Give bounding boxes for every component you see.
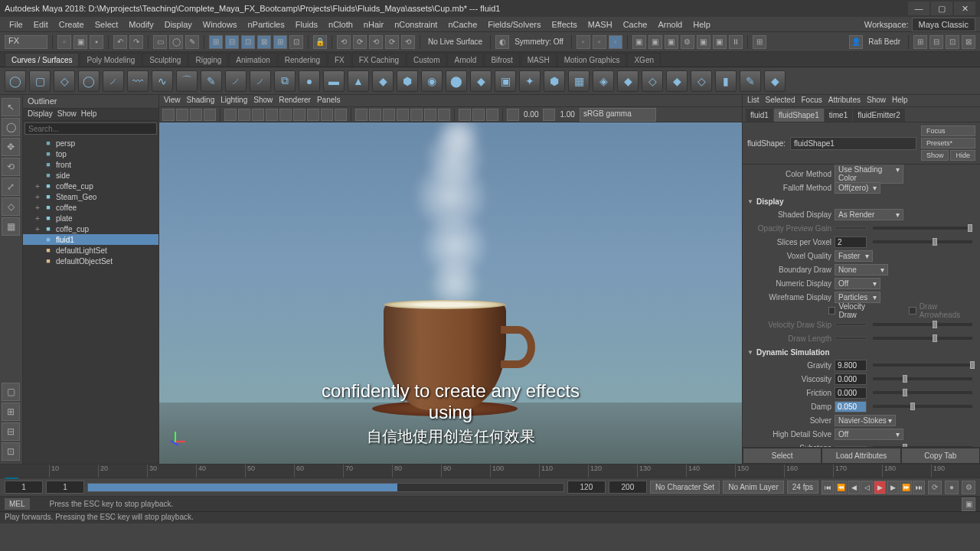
autokey-icon[interactable]: ● bbox=[945, 481, 959, 494]
workspace-dropdown[interactable]: Maya Classic bbox=[912, 18, 975, 31]
redo-icon[interactable]: ↷ bbox=[129, 35, 143, 49]
pane2-icon[interactable]: ⊟ bbox=[929, 35, 943, 49]
layout-icon[interactable]: ⊞ bbox=[753, 35, 766, 49]
step-fwd-frame-button[interactable]: ▶ bbox=[887, 481, 899, 494]
vp-exposure-icon[interactable] bbox=[507, 109, 519, 121]
loop-icon[interactable]: ⟳ bbox=[928, 481, 942, 494]
solver-dropdown[interactable]: Navier-Stokes▾ bbox=[835, 415, 896, 426]
vp-wireframe-icon[interactable] bbox=[355, 109, 368, 121]
lasso-tool-icon[interactable]: ◯ bbox=[2, 118, 20, 136]
step-fwd-key-button[interactable]: ⏩ bbox=[900, 481, 912, 494]
animlayer-dropdown[interactable]: No Anim Layer bbox=[723, 481, 784, 494]
substeps-slider[interactable] bbox=[873, 446, 972, 447]
outliner-tree[interactable]: ■persp■top■front■side+■coffee_cup+■Steam… bbox=[23, 136, 158, 464]
shelf-tab-anim[interactable]: Animation bbox=[229, 53, 276, 67]
range-end-field[interactable] bbox=[567, 481, 606, 494]
wireframe-dropdown[interactable]: Particles▾ bbox=[835, 292, 880, 303]
layout-outliner-icon[interactable]: ⊡ bbox=[2, 442, 20, 461]
attr-tab-fluid1[interactable]: fluid1 bbox=[746, 109, 773, 122]
presets-button[interactable]: Presets* bbox=[921, 138, 975, 148]
history2-icon[interactable]: ⟳ bbox=[353, 35, 367, 49]
history5-icon[interactable]: ⟲ bbox=[401, 35, 415, 49]
shelf-icon[interactable]: ◇ bbox=[691, 70, 712, 92]
outliner-item-coffe_cup[interactable]: +■coffe_cup bbox=[23, 223, 158, 234]
range-slider[interactable] bbox=[87, 483, 564, 492]
attr-menu-show[interactable]: Show bbox=[867, 96, 886, 106]
new-scene-icon[interactable]: ▫ bbox=[57, 35, 71, 49]
r3-icon[interactable]: ▫ bbox=[609, 35, 622, 49]
vp-gate-mask-icon[interactable] bbox=[293, 109, 305, 121]
menu-cache[interactable]: Cache bbox=[619, 18, 652, 31]
select-tool-icon[interactable]: ↖ bbox=[2, 98, 20, 116]
vp-2d-pan-icon[interactable] bbox=[224, 109, 237, 121]
attr-menu-selected[interactable]: Selected bbox=[766, 96, 795, 106]
voxelq-dropdown[interactable]: Faster▾ bbox=[835, 250, 873, 262]
menu-ncache[interactable]: nCache bbox=[443, 18, 482, 31]
history4-icon[interactable]: ⟳ bbox=[385, 35, 399, 49]
menu-nconstraint[interactable]: nConstraint bbox=[390, 18, 442, 31]
shelf-icon[interactable]: ◆ bbox=[617, 70, 639, 92]
shelf-icon[interactable]: ◇ bbox=[642, 70, 663, 92]
vp-aa-icon[interactable] bbox=[438, 109, 450, 121]
shelf-icon[interactable]: ⬢ bbox=[397, 70, 418, 92]
vp-colorspace-dropdown[interactable]: sRGB gamma bbox=[580, 108, 656, 122]
user-icon[interactable]: 👤 bbox=[849, 35, 863, 49]
vp-menu-view[interactable]: View bbox=[164, 96, 181, 106]
shelf-icon[interactable]: 〰 bbox=[127, 70, 149, 92]
shelf-icon[interactable]: ▮ bbox=[715, 70, 737, 92]
attr-tab-time1[interactable]: time1 bbox=[825, 109, 852, 122]
shelf-icon[interactable]: ◈ bbox=[593, 70, 614, 92]
shelf-icon[interactable]: ◆ bbox=[764, 70, 786, 92]
veldraw-checkbox[interactable] bbox=[828, 307, 835, 315]
move-tool-icon[interactable]: ✥ bbox=[2, 138, 20, 156]
scale-tool-icon[interactable]: ⤢ bbox=[2, 178, 20, 196]
script-editor-icon[interactable]: ▣ bbox=[962, 497, 975, 511]
shelf-icon[interactable]: ◯ bbox=[5, 70, 26, 92]
play-back-button[interactable]: ◁ bbox=[861, 481, 873, 494]
shelf-tab-render[interactable]: Rendering bbox=[278, 53, 327, 67]
vp-menu-lighting[interactable]: Lighting bbox=[220, 96, 247, 106]
vp-bookmarks-icon[interactable] bbox=[190, 109, 202, 121]
user-name[interactable]: Rafi Bedr bbox=[865, 37, 903, 46]
vp-gamma-icon[interactable] bbox=[543, 109, 555, 121]
select-button[interactable]: Select bbox=[743, 448, 822, 464]
vp-resolution-gate-icon[interactable] bbox=[279, 109, 292, 121]
vp-menu-shading[interactable]: Shading bbox=[187, 96, 215, 106]
vp-film-gate-icon[interactable] bbox=[266, 109, 278, 121]
render-setup-icon[interactable]: ⚙ bbox=[681, 35, 694, 49]
r-cam-icon[interactable]: ▣ bbox=[697, 35, 710, 49]
shelf-icon[interactable]: ◆ bbox=[666, 70, 688, 92]
vp-xray-icon[interactable] bbox=[472, 109, 485, 121]
falloff-dropdown[interactable]: Off(zero)▾ bbox=[835, 182, 880, 194]
outliner-menu-show[interactable]: Show bbox=[57, 109, 77, 119]
range-start-field[interactable] bbox=[46, 481, 84, 494]
ipr-icon[interactable]: ▣ bbox=[648, 35, 662, 49]
shelf-icon[interactable]: ● bbox=[299, 70, 320, 92]
lock-icon[interactable]: 🔒 bbox=[313, 35, 327, 49]
shelf-tab-fxcache[interactable]: FX Caching bbox=[352, 53, 406, 67]
snap-curve-icon[interactable]: ⊟ bbox=[225, 35, 239, 49]
outliner-menu-help[interactable]: Help bbox=[81, 109, 97, 119]
undo-icon[interactable]: ↶ bbox=[113, 35, 127, 49]
shelf-icon[interactable]: ▬ bbox=[323, 70, 345, 92]
goto-start-button[interactable]: ⏮ bbox=[822, 481, 834, 494]
shelf-icon[interactable]: ✎ bbox=[201, 70, 222, 92]
friction-field[interactable]: 0.000 bbox=[835, 387, 867, 399]
shelf-icon[interactable]: ◉ bbox=[421, 70, 443, 92]
vp-menu-renderer[interactable]: Renderer bbox=[279, 96, 311, 106]
shelf-icon[interactable]: ▣ bbox=[495, 70, 516, 92]
shelf-tab-custom[interactable]: Custom bbox=[407, 53, 446, 67]
shelf-icon[interactable]: ⬢ bbox=[544, 70, 565, 92]
menu-nparticles[interactable]: nParticles bbox=[243, 18, 289, 31]
vp-image-plane-icon[interactable] bbox=[204, 109, 216, 121]
snap-grid-icon[interactable]: ⊞ bbox=[209, 35, 223, 49]
pane4-icon[interactable]: ⊠ bbox=[962, 35, 975, 49]
hide-button[interactable]: Hide bbox=[950, 150, 975, 161]
pane3-icon[interactable]: ⊡ bbox=[946, 35, 959, 49]
select-mode-icon[interactable]: ▭ bbox=[153, 35, 167, 49]
vp-smooth-icon[interactable] bbox=[369, 109, 381, 121]
shelf-icon[interactable]: ◆ bbox=[372, 70, 394, 92]
save-scene-icon[interactable]: ▪ bbox=[90, 35, 103, 49]
damp-field[interactable]: 0.050 bbox=[835, 401, 867, 412]
shelf-icon[interactable]: ◯ bbox=[78, 70, 100, 92]
